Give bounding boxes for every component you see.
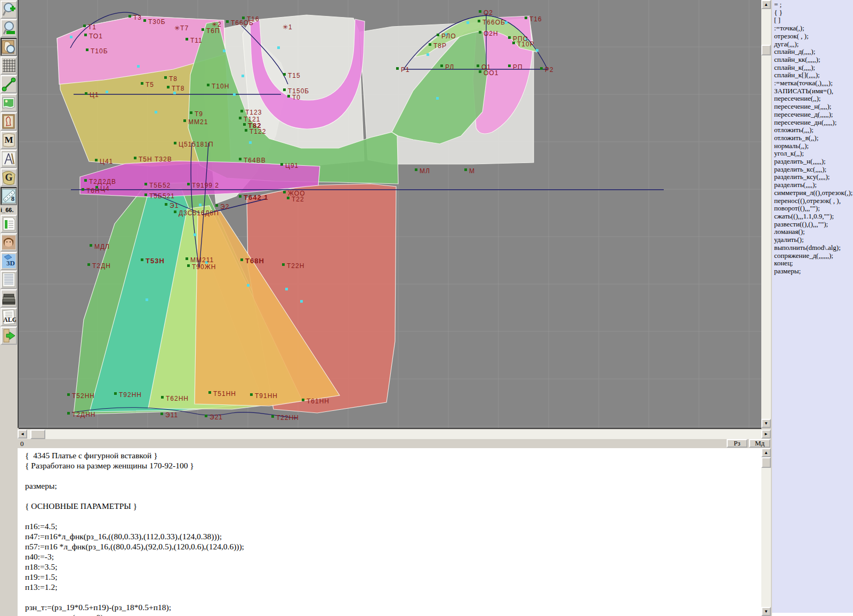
image-button[interactable]	[1, 94, 17, 112]
command-item[interactable]: дуга(,,,);	[774, 40, 853, 48]
command-item[interactable]: нормаль(,,);	[774, 142, 853, 150]
green-point-marker	[240, 258, 243, 261]
command-item[interactable]: сплайн_д(,,,,);	[774, 48, 853, 56]
command-item[interactable]: сопряжение_д(,,,,,,);	[774, 252, 853, 260]
point-label: Т1	[88, 23, 96, 31]
point-label: Т5Б52	[149, 182, 171, 189]
drawing-canvas[interactable]: Т1ТО1Т10БЦ1Т3Т30Б✳Т7Т11Т6П✳2Т66ОБТ16✳1Т5…	[19, 0, 761, 429]
exit-button[interactable]	[1, 327, 17, 345]
list-button[interactable]	[1, 271, 17, 289]
command-item[interactable]: = ;	[774, 1, 853, 9]
code-editor[interactable]: { 4345 Платье с фигурной вставкой }{ Раз…	[18, 448, 761, 616]
command-item[interactable]: отложить_в(,,);	[774, 134, 853, 142]
green-point-marker	[160, 412, 163, 415]
grid-button[interactable]	[1, 56, 17, 75]
green-point-marker	[164, 76, 167, 79]
green-point-marker	[396, 67, 399, 70]
scroll-down-button[interactable]: ▼	[761, 419, 771, 428]
g-button[interactable]: G	[1, 168, 17, 187]
command-item[interactable]: сплайн_к(,,,,);	[774, 64, 853, 72]
command-item[interactable]: пересечение_д(,,,,,);	[774, 111, 853, 119]
grid-icon	[2, 59, 16, 72]
command-item[interactable]: разделить_ксу(,,,,);	[774, 173, 853, 181]
point-label: РП	[513, 63, 523, 71]
scroll-right-button[interactable]: ►	[761, 429, 771, 439]
canvas-horizontal-scrollbar[interactable]: ◄ ►	[18, 429, 771, 439]
scroll-left-button[interactable]: ◄	[18, 429, 27, 439]
command-item[interactable]: пересечение(,,);	[774, 95, 853, 103]
editor-vertical-scrollbar[interactable]: ▲ ▼	[761, 448, 771, 616]
scroll-up-button[interactable]: ▲	[761, 448, 771, 457]
point-label: Р2	[545, 66, 554, 74]
spreadsheet-icon	[2, 216, 16, 231]
alg-button[interactable]: ALG	[1, 308, 17, 326]
table-button[interactable]	[1, 215, 17, 233]
measure-button[interactable]	[1, 75, 17, 93]
point-label: Ц91	[285, 162, 299, 169]
command-item[interactable]: разделить_н(,,,,,);	[774, 158, 853, 166]
command-item[interactable]: ЗАПИСАТЬ(имя=(),	[774, 87, 853, 95]
command-item[interactable]: симметрия_л((),отрезок(,);	[774, 189, 853, 197]
command-list: = ;{ }[ ]:=точка(,);отрезок( , );дуга(,,…	[772, 0, 853, 275]
threed-button[interactable]: 3D	[1, 252, 17, 270]
command-item[interactable]: поворот((),,,"");	[774, 205, 853, 213]
green-point-marker	[525, 17, 527, 19]
ruler-button[interactable]: 8	[1, 187, 17, 205]
editor-line: { ОСНОВНЫЕ ПАРАМЕТРЫ }	[25, 501, 761, 511]
green-point-marker	[187, 183, 190, 185]
command-item[interactable]: угол_к(,,);	[774, 150, 853, 158]
point-label: Ц1	[90, 91, 99, 99]
scroll-up-button[interactable]: ▲	[761, 0, 771, 9]
zoom-out-button[interactable]	[1, 19, 17, 37]
zoom-in-button[interactable]	[1, 1, 17, 19]
command-item[interactable]: :=метка(точка(,),,,,);	[774, 79, 853, 87]
point-label: ✳1	[283, 23, 293, 31]
pattern-sheet-button[interactable]	[1, 112, 17, 131]
command-item[interactable]: отложить(,,,);	[774, 126, 853, 134]
md-button[interactable]: Мд	[749, 439, 770, 448]
scroll-thumb[interactable]	[30, 429, 45, 439]
photo-button[interactable]	[1, 233, 17, 252]
command-item[interactable]: сплайн_кк(,,,,,);	[774, 56, 853, 64]
scroll-down-button[interactable]: ▼	[761, 607, 771, 616]
rz-button[interactable]: Рз	[727, 439, 747, 448]
command-item[interactable]: разделить(,,,,);	[774, 181, 853, 189]
command-item[interactable]: удалить();	[774, 236, 853, 244]
command-item[interactable]: выполнить(dmod\.alg);	[774, 244, 853, 252]
command-item[interactable]: { }	[774, 9, 853, 17]
point-label: Т53Н	[146, 257, 165, 265]
scroll-thumb[interactable]	[761, 457, 771, 468]
pattern-drawing: Т1ТО1Т10БЦ1Т3Т30Б✳Т7Т11Т6П✳2Т66ОБТ16✳1Т5…	[19, 0, 761, 428]
green-point-marker	[239, 158, 242, 160]
editor-line: { Разработано на размер женщины 170-92-1…	[25, 460, 761, 471]
command-item[interactable]: :=точка(,);	[774, 25, 853, 33]
command-item[interactable]: развести((),(),,,"");	[774, 221, 853, 229]
books-button[interactable]	[1, 289, 17, 307]
green-point-marker	[477, 64, 479, 67]
command-item[interactable]: ломаная();	[774, 228, 853, 236]
command-item[interactable]: пересечение_дн(,,,,,);	[774, 119, 853, 127]
point-label: Т30Б	[148, 18, 166, 26]
command-item[interactable]: отрезок( , );	[774, 33, 853, 40]
command-item[interactable]: конец;	[774, 260, 853, 268]
point-label: Т2Д2ДВ	[89, 178, 116, 185]
view-piece-button[interactable]	[1, 38, 17, 56]
editor-line: п16:=4.5;	[25, 521, 761, 531]
canvas-vertical-scrollbar[interactable]: ▲ ▼	[761, 0, 771, 428]
command-item[interactable]: [ ]	[774, 17, 853, 25]
drafting-button[interactable]	[1, 150, 17, 168]
green-point-marker	[440, 64, 443, 67]
command-item[interactable]: сжать((),,,1.1,0.9,"");	[774, 213, 853, 221]
m-sheet-button[interactable]: M	[1, 131, 17, 149]
point-label: Ц515181П	[179, 141, 214, 148]
point-label: Т5Н Т32В	[139, 156, 172, 163]
command-item[interactable]: пересечение_н(,,,,);	[774, 103, 853, 111]
scroll-thumb[interactable]	[761, 45, 771, 55]
point-label: Т8Р	[433, 42, 447, 50]
command-item[interactable]: сплайн_к[](,,,,);	[774, 71, 853, 79]
command-item[interactable]: размеры;	[774, 268, 853, 275]
books-icon	[2, 291, 16, 306]
command-item[interactable]: перенос((),отрезок( , ),	[774, 197, 853, 205]
m-letter: M	[4, 135, 13, 145]
command-item[interactable]: разделить_кс(,,,,);	[774, 166, 853, 174]
